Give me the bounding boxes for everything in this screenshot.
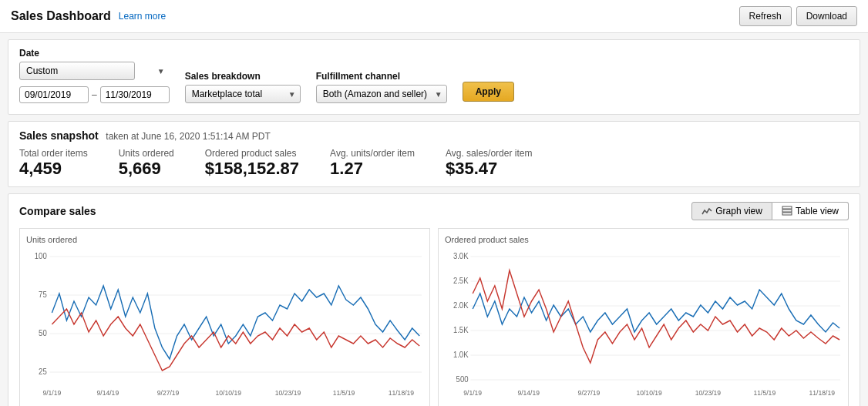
svg-text:9/1/19: 9/1/19 xyxy=(463,389,482,397)
svg-text:3.0K: 3.0K xyxy=(453,252,469,260)
sales-chart-svg: 3.0K 2.5K 2.0K 1.5K 1.0K 500 9/1/19 xyxy=(445,247,842,401)
svg-text:11/18/19: 11/18/19 xyxy=(389,389,414,397)
graph-icon xyxy=(701,206,712,216)
svg-text:9/14/19: 9/14/19 xyxy=(97,389,119,397)
header-actions: Refresh Download xyxy=(739,6,857,26)
sales-breakdown-select-wrapper: Marketplace total ASIN ▼ xyxy=(185,85,301,103)
stat-label: Avg. units/order item xyxy=(330,148,415,159)
snapshot-stats: Total order items4,459Units ordered5,669… xyxy=(19,148,849,179)
svg-text:10/10/19: 10/10/19 xyxy=(636,389,661,397)
units-ordered-chart: Units ordered 100 75 50 25 9/1/19 9/14/1… xyxy=(19,228,430,406)
compare-title: Compare sales xyxy=(19,205,96,217)
date-range-row: – xyxy=(19,86,170,103)
download-button[interactable]: Download xyxy=(796,6,857,26)
stat-item: Total order items4,459 xyxy=(19,148,88,179)
snapshot-section: Sales snapshot taken at June 16, 2020 1:… xyxy=(8,121,860,187)
graph-view-button[interactable]: Graph view xyxy=(691,202,772,220)
header-left: Sales Dashboard Learn more xyxy=(11,9,166,23)
charts-row: Units ordered 100 75 50 25 9/1/19 9/14/1… xyxy=(19,228,849,406)
table-view-button[interactable]: Table view xyxy=(772,202,849,220)
svg-text:9/27/19: 9/27/19 xyxy=(157,389,180,397)
stat-label: Ordered product sales xyxy=(205,148,299,159)
graph-view-label: Graph view xyxy=(715,206,762,216)
units-chart-svg: 100 75 50 25 9/1/19 9/14/19 9/27/19 10/1… xyxy=(26,247,423,401)
svg-text:9/27/19: 9/27/19 xyxy=(578,389,601,397)
svg-rect-0 xyxy=(782,206,792,209)
table-view-label: Table view xyxy=(796,206,839,216)
chart2-label: Ordered product sales xyxy=(445,235,842,244)
date-start-input[interactable] xyxy=(19,86,89,103)
snapshot-title: Sales snapshot xyxy=(19,129,99,142)
fulfillment-group: Fulfillment channel Both (Amazon and sel… xyxy=(316,71,447,103)
compare-section: Compare sales Graph view Table view Unit… xyxy=(8,193,860,406)
refresh-button[interactable]: Refresh xyxy=(739,6,792,26)
date-label: Date xyxy=(19,48,170,59)
product-sales-chart: Ordered product sales 3.0K 2.5K 2.0K 1.5… xyxy=(438,228,849,406)
svg-text:1.0K: 1.0K xyxy=(453,351,469,359)
svg-text:11/5/19: 11/5/19 xyxy=(333,389,355,397)
table-icon xyxy=(782,206,792,216)
svg-text:9/14/19: 9/14/19 xyxy=(517,389,540,397)
stat-item: Avg. units/order item1.27 xyxy=(330,148,415,179)
learn-more-link[interactable]: Learn more xyxy=(119,11,166,22)
stat-label: Total order items xyxy=(19,148,88,159)
filter-panel: Date Custom Today Yesterday Last 7 days … xyxy=(8,39,860,115)
svg-text:2.5K: 2.5K xyxy=(453,277,469,285)
stat-value: 5,669 xyxy=(119,159,174,179)
svg-text:100: 100 xyxy=(35,252,47,260)
svg-rect-2 xyxy=(782,213,792,215)
sales-breakdown-select[interactable]: Marketplace total ASIN xyxy=(185,85,301,103)
view-toggle: Graph view Table view xyxy=(691,202,849,220)
chart1-label: Units ordered xyxy=(26,235,423,244)
header-bar: Sales Dashboard Learn more Refresh Downl… xyxy=(0,0,868,33)
date-select[interactable]: Custom Today Yesterday Last 7 days Last … xyxy=(19,62,135,80)
stat-item: Avg. sales/order item$35.47 xyxy=(446,148,533,179)
snapshot-subtitle: taken at June 16, 2020 1:51:14 AM PDT xyxy=(106,131,270,142)
date-separator: – xyxy=(92,89,97,100)
date-end-input[interactable] xyxy=(100,86,170,103)
svg-text:10/23/19: 10/23/19 xyxy=(275,389,301,397)
stat-value: $35.47 xyxy=(446,159,533,179)
svg-text:500: 500 xyxy=(456,375,469,384)
apply-button[interactable]: Apply xyxy=(463,82,514,102)
svg-text:11/18/19: 11/18/19 xyxy=(809,389,835,397)
fulfillment-label: Fulfillment channel xyxy=(316,71,447,82)
date-select-wrapper: Custom Today Yesterday Last 7 days Last … xyxy=(19,62,170,80)
date-select-arrow-icon: ▼ xyxy=(157,67,165,75)
compare-header: Compare sales Graph view Table view xyxy=(19,202,849,220)
svg-text:10/10/19: 10/10/19 xyxy=(216,389,241,397)
svg-text:75: 75 xyxy=(39,290,47,299)
stat-item: Units ordered5,669 xyxy=(119,148,174,179)
fulfillment-select[interactable]: Both (Amazon and seller) Amazon Seller xyxy=(316,85,447,103)
page-title: Sales Dashboard xyxy=(11,9,111,23)
svg-text:9/1/19: 9/1/19 xyxy=(42,389,61,397)
svg-rect-1 xyxy=(782,210,792,212)
svg-text:25: 25 xyxy=(39,367,47,376)
svg-text:11/5/19: 11/5/19 xyxy=(754,389,776,397)
sales-breakdown-label: Sales breakdown xyxy=(185,71,301,82)
date-filter-group: Date Custom Today Yesterday Last 7 days … xyxy=(19,48,170,103)
filter-row: Date Custom Today Yesterday Last 7 days … xyxy=(19,48,849,103)
fulfillment-select-wrapper: Both (Amazon and seller) Amazon Seller ▼ xyxy=(316,85,447,103)
svg-text:10/23/19: 10/23/19 xyxy=(695,389,721,397)
stat-value: $158,152.87 xyxy=(205,159,299,179)
svg-text:2.0K: 2.0K xyxy=(453,301,469,310)
stat-label: Avg. sales/order item xyxy=(446,148,533,159)
stat-value: 1.27 xyxy=(330,159,415,179)
svg-text:1.5K: 1.5K xyxy=(453,326,469,334)
sales-breakdown-group: Sales breakdown Marketplace total ASIN ▼ xyxy=(185,71,301,103)
stat-label: Units ordered xyxy=(119,148,174,159)
stat-value: 4,459 xyxy=(19,159,88,179)
svg-text:50: 50 xyxy=(39,329,47,337)
stat-item: Ordered product sales$158,152.87 xyxy=(205,148,299,179)
